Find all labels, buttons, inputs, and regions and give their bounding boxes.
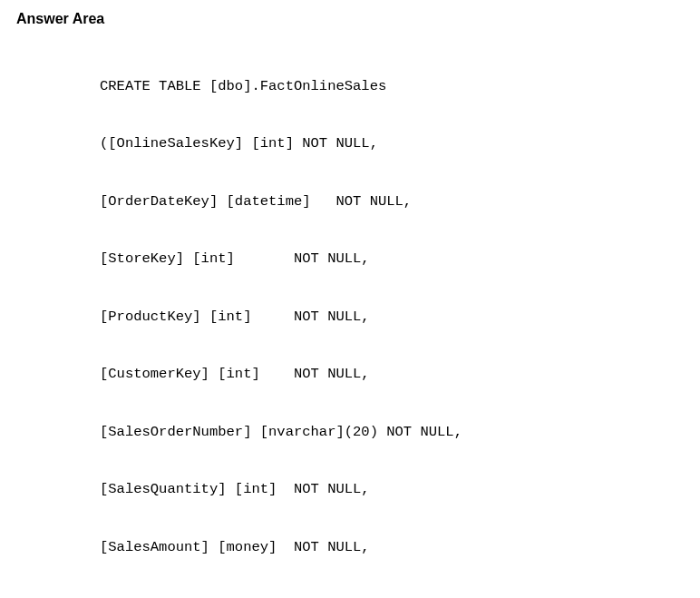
code-line: [SalesOrderNumber] [nvarchar](20) NOT NU… xyxy=(100,418,684,447)
code-line: CREATE TABLE [dbo].FactOnlineSales xyxy=(100,73,684,102)
code-line: [CustomerKey] [int] NOT NULL, xyxy=(100,360,684,389)
code-line: [SalesAmount] [money] NOT NULL, xyxy=(100,534,684,563)
code-line: [StoreKey] [int] NOT NULL, xyxy=(100,245,684,274)
code-line: [ProductKey] [int] NOT NULL, xyxy=(100,303,684,332)
code-line: ([OnlineSalesKey] [int] NOT NULL, xyxy=(100,130,684,159)
sql-code-block: CREATE TABLE [dbo].FactOnlineSales ([Onl… xyxy=(100,44,684,598)
code-line: [OrderDateKey] [datetime] NOT NULL, xyxy=(100,188,684,217)
code-line: [UnitPrice] [money] NULL) xyxy=(100,592,684,598)
answer-area-title: Answer Area xyxy=(16,11,684,27)
code-line: [SalesQuantity] [int] NOT NULL, xyxy=(100,475,684,505)
